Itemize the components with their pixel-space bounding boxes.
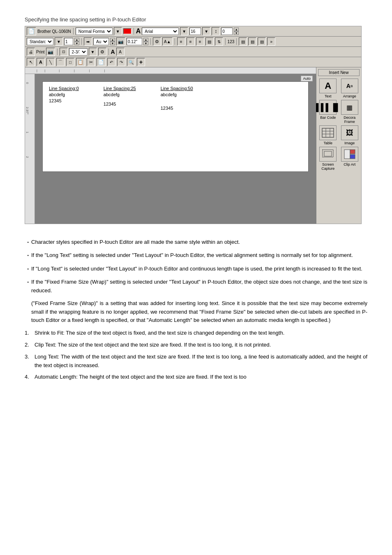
- tape-width-input[interactable]: [127, 38, 142, 45]
- arrow-icon[interactable]: ➡: [84, 37, 92, 46]
- zoom-in-icon[interactable]: +: [137, 58, 145, 66]
- auto-down[interactable]: ▼: [110, 42, 115, 45]
- sep2: [134, 28, 134, 35]
- auto-up[interactable]: ▲: [110, 38, 115, 42]
- spacing-spin[interactable]: ▲ ▼: [234, 28, 239, 35]
- numbered-item-1: 1. Shrink to Fit: The size of the text o…: [25, 329, 367, 338]
- style-dropdown[interactable]: ▼: [55, 37, 63, 46]
- panel-item-clipart[interactable]: Clip Art: [340, 147, 360, 171]
- tool-settings[interactable]: ⚙: [98, 48, 106, 56]
- panel-item-deco[interactable]: ▦ Decora Frame: [340, 100, 360, 124]
- toolbar-row-2: Standard ▼ ▲ ▼ ➡ Auto ▲ ▼ 📷: [25, 37, 361, 47]
- svg-rect-6: [324, 151, 332, 156]
- image-panel-label: Image: [344, 141, 355, 145]
- align-left-icon[interactable]: ≡: [177, 37, 185, 46]
- view-btn4[interactable]: »: [267, 37, 275, 46]
- font-size-input[interactable]: [189, 28, 201, 35]
- svg-rect-9: [350, 155, 355, 159]
- spin-up[interactable]: ▲: [234, 28, 239, 31]
- panel-item-table[interactable]: Table: [318, 125, 338, 145]
- tool-print[interactable]: 🖨: [27, 48, 35, 56]
- spacing-text-50a: abcdefg: [161, 92, 193, 98]
- align-center-icon[interactable]: ≡: [187, 37, 195, 46]
- spacing-text-0b: 12345: [49, 98, 79, 104]
- align-justify-icon[interactable]: ▤: [205, 37, 214, 46]
- text-panel-icon: A: [319, 79, 337, 93]
- redo-icon[interactable]: ↷: [117, 58, 125, 66]
- numbered-item-3: 3. Long Text: The width of the text obje…: [25, 353, 367, 370]
- editor-screenshot: 📄 Brother QL-1060N Normal Format ▼ A Ari…: [25, 26, 362, 224]
- tape-icon[interactable]: ⊡: [60, 48, 68, 56]
- tape-spin[interactable]: ▲ ▼: [143, 38, 148, 45]
- undo-icon[interactable]: ↶: [107, 58, 115, 66]
- camera-icon[interactable]: 📷: [116, 37, 125, 46]
- auto-select[interactable]: Auto: [93, 38, 109, 45]
- tape-up[interactable]: ▲: [143, 38, 148, 42]
- zoom-icon[interactable]: 🔍: [127, 58, 135, 66]
- cut-icon[interactable]: ✂: [87, 58, 95, 66]
- caption: Specifying the line spacing setting in P…: [25, 16, 367, 23]
- view-btn2[interactable]: ▤: [248, 37, 256, 46]
- big-a-icon: A: [111, 49, 115, 55]
- size-dropdown[interactable]: ▼: [202, 27, 210, 35]
- auto-spin[interactable]: ▲ ▼: [110, 38, 115, 45]
- copy-icon[interactable]: 📋: [76, 58, 85, 66]
- uppercase-a[interactable]: A▲: [162, 37, 173, 46]
- bullet-item-4: ・ If the "Fixed Frame Size (Wrap)" setti…: [25, 278, 367, 295]
- rect-tool[interactable]: □: [66, 58, 74, 66]
- bullet-text-1: Character styles specified in P-touch Ed…: [31, 238, 240, 247]
- tape-down[interactable]: ▼: [143, 42, 148, 45]
- label-area[interactable]: Line Spacing:0 abcdefg 12345 Line Spacin…: [42, 81, 309, 172]
- dropdown-arrow[interactable]: ▼: [114, 27, 122, 35]
- ruler-3: 2: [26, 156, 29, 158]
- spacing-title-50: Line Spacing:50: [161, 86, 193, 91]
- screen-panel-icon: [319, 147, 337, 162]
- canvas-background: Auto Line Spacing:0 abcdefg 12345 Line S…: [35, 74, 316, 224]
- line-tool[interactable]: ╲: [46, 58, 55, 66]
- sep5: [175, 38, 175, 45]
- clipart-panel-icon: [341, 147, 358, 162]
- panel-item-screen[interactable]: Screen Capture: [318, 147, 338, 171]
- insert-new-button[interactable]: Insert New: [318, 69, 360, 76]
- text-tool[interactable]: A: [37, 58, 45, 66]
- vertical-text-icon[interactable]: ⇅: [215, 37, 223, 46]
- curve-tool[interactable]: ⌒: [56, 58, 65, 66]
- document-icon[interactable]: 📄: [27, 27, 36, 35]
- settings-icon[interactable]: ⚙: [153, 37, 161, 46]
- spin-down[interactable]: ▼: [234, 31, 239, 35]
- cursor-tool[interactable]: ↖: [27, 58, 35, 66]
- font-dropdown[interactable]: ▼: [180, 27, 188, 35]
- format-select[interactable]: Normal Format: [76, 28, 113, 35]
- bullet-text-3: If "Long Text" is selected under "Text L…: [31, 265, 362, 273]
- text-panel-label: Text: [325, 94, 332, 98]
- paste-icon[interactable]: 📄: [97, 58, 106, 66]
- tape-size-dropdown[interactable]: ▼: [89, 48, 97, 56]
- tape-size-select[interactable]: 2-3/7": [69, 48, 88, 56]
- page-up[interactable]: ▲: [74, 38, 79, 42]
- view-btn1[interactable]: ▤: [239, 37, 247, 46]
- panel-item-arrange[interactable]: AB Arrange: [340, 79, 360, 98]
- table-panel-label: Table: [323, 141, 332, 145]
- page-spin[interactable]: ▲ ▼: [74, 38, 79, 45]
- printer-label: Brother QL-1060N: [37, 29, 71, 34]
- tool-camera2[interactable]: 📷: [46, 48, 55, 56]
- view-btn3[interactable]: ▤: [258, 37, 266, 46]
- align-right-icon[interactable]: ≡: [196, 37, 204, 46]
- spacing-input[interactable]: [221, 28, 233, 35]
- style-select[interactable]: Standard: [27, 38, 53, 45]
- num-text-2: Clip Text: The size of the text object a…: [35, 341, 271, 349]
- page-down[interactable]: ▼: [74, 42, 79, 45]
- color-btn[interactable]: [123, 28, 131, 34]
- small-a-btn[interactable]: A: [116, 48, 125, 56]
- panel-item-image[interactable]: 🖼 Image: [340, 125, 360, 145]
- deco-panel-label: Decora Frame: [340, 116, 360, 124]
- font-select[interactable]: Arial: [142, 28, 179, 35]
- spacing-icon[interactable]: ↕: [212, 27, 220, 35]
- panel-item-text[interactable]: A Text: [318, 79, 338, 98]
- num-label: 123: [228, 39, 235, 44]
- image-panel-icon: 🖼: [341, 125, 358, 140]
- panel-item-barcode[interactable]: ▌▌▌▐▌ Bar Code: [318, 100, 338, 124]
- text-content: ・ Character styles specified in P-touch …: [25, 234, 367, 389]
- page-input[interactable]: [64, 38, 73, 45]
- ruler-text: 0: [26, 82, 29, 84]
